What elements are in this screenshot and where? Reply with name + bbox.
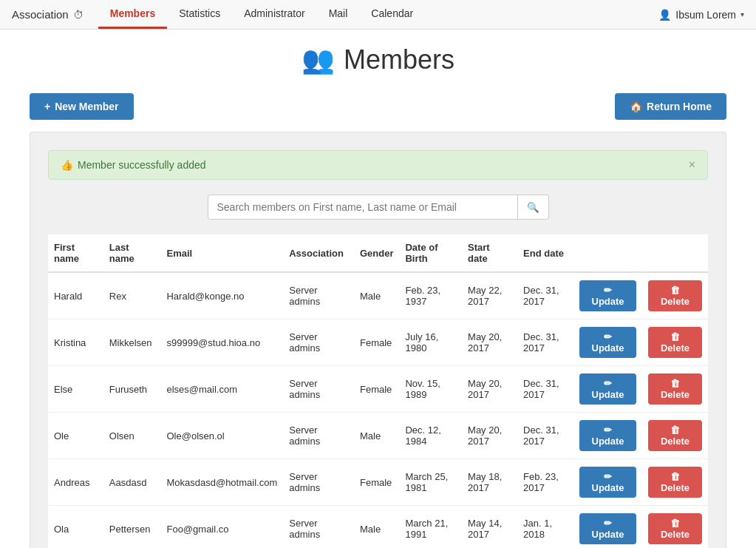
- cell-end-date: Dec. 31, 2017: [517, 366, 573, 413]
- nav-administrator[interactable]: Administrator: [232, 0, 316, 29]
- nav-members[interactable]: Members: [98, 0, 167, 29]
- cell-end-date: Jan. 1, 2018: [517, 506, 573, 549]
- thumb-icon: 👍: [61, 159, 73, 171]
- col-end-date: End date: [517, 234, 573, 272]
- members-table: First name Last name Email Association G…: [48, 234, 708, 548]
- cell-dob: Nov. 15, 1989: [399, 366, 462, 413]
- nav-calendar[interactable]: Calendar: [359, 0, 425, 29]
- alert-text: 👍 Member successfully added: [61, 159, 206, 171]
- col-delete: [642, 234, 708, 272]
- cell-update-action: ✏ Update: [573, 413, 642, 459]
- cell-update-action: ✏ Update: [573, 506, 642, 549]
- nav-links: Members Statistics Administrator Mail Ca…: [98, 0, 425, 29]
- cell-email: elses@mail.com: [160, 366, 283, 413]
- members-icon: 👥: [302, 44, 335, 75]
- col-dob: Date of Birth: [399, 234, 462, 272]
- plus-icon: +: [44, 101, 50, 112]
- cell-association: Server admins: [283, 366, 354, 413]
- search-icon: 🔍: [527, 202, 539, 213]
- cell-update-action: ✏ Update: [573, 366, 642, 413]
- cell-dob: March 25, 1981: [399, 459, 462, 506]
- search-input[interactable]: [208, 194, 518, 220]
- table-row: Ole Olsen Ole@olsen.ol Server admins Mal…: [48, 413, 708, 459]
- table-row: Andreas Aasdasd Mokasdasd@hotmail.com Se…: [48, 459, 708, 506]
- alert-success: 👍 Member successfully added ×: [48, 150, 708, 180]
- cell-start-date: May 20, 2017: [462, 366, 517, 413]
- return-home-button[interactable]: 🏠 Return Home: [615, 93, 726, 120]
- cell-first-name: Ole: [48, 413, 103, 459]
- cell-gender: Female: [354, 319, 400, 366]
- cell-email: Foo@gmail.co: [160, 506, 283, 549]
- cell-association: Server admins: [283, 506, 354, 549]
- cell-first-name: Ola: [48, 506, 103, 549]
- cell-gender: Male: [354, 272, 400, 319]
- nav-mail[interactable]: Mail: [317, 0, 360, 29]
- delete-button[interactable]: 🗑 Delete: [648, 327, 702, 358]
- cell-last-name: Aasdasd: [103, 459, 161, 506]
- update-button[interactable]: ✏ Update: [579, 420, 636, 451]
- delete-button[interactable]: 🗑 Delete: [648, 280, 702, 311]
- home-icon: 🏠: [630, 101, 642, 112]
- cell-association: Server admins: [283, 319, 354, 366]
- main-panel: 👍 Member successfully added × 🔍 First na…: [30, 132, 726, 548]
- table-row: Ola Pettersen Foo@gmail.co Server admins…: [48, 506, 708, 549]
- dropdown-caret[interactable]: ▾: [740, 10, 744, 18]
- col-start-date: Start date: [462, 234, 517, 272]
- cell-end-date: Dec. 31, 2017: [517, 319, 573, 366]
- table-row: Kristina Mikkelsen s99999@stud.hioa.no S…: [48, 319, 708, 366]
- cell-gender: Female: [354, 459, 400, 506]
- cell-email: Harald@konge.no: [160, 272, 283, 319]
- search-row: 🔍: [48, 194, 708, 220]
- user-icon: 👤: [658, 9, 671, 21]
- cell-association: Server admins: [283, 413, 354, 459]
- col-update: [573, 234, 642, 272]
- update-button[interactable]: ✏ Update: [579, 513, 636, 544]
- cell-gender: Male: [354, 413, 400, 459]
- update-button[interactable]: ✏ Update: [579, 373, 636, 405]
- table-row: Else Furuseth elses@mail.com Server admi…: [48, 366, 708, 413]
- cell-update-action: ✏ Update: [573, 319, 642, 366]
- cell-dob: Feb. 23, 1937: [399, 272, 462, 319]
- cell-delete-action: 🗑 Delete: [642, 319, 708, 366]
- cell-email: Ole@olsen.ol: [160, 413, 283, 459]
- update-button[interactable]: ✏ Update: [579, 280, 636, 311]
- cell-last-name: Furuseth: [103, 366, 161, 413]
- cell-last-name: Mikkelsen: [103, 319, 161, 366]
- cell-last-name: Rex: [103, 272, 161, 319]
- table-header: First name Last name Email Association G…: [48, 234, 708, 272]
- cell-first-name: Harald: [48, 272, 103, 319]
- update-button[interactable]: ✏ Update: [579, 327, 636, 358]
- page-content: 👥 Members + New Member 🏠 Return Home 👍 M…: [0, 30, 756, 548]
- cell-start-date: May 20, 2017: [462, 319, 517, 366]
- brand: Association ⏱: [12, 8, 84, 21]
- delete-button[interactable]: 🗑 Delete: [648, 373, 702, 405]
- col-email: Email: [160, 234, 283, 272]
- cell-gender: Male: [354, 506, 400, 549]
- delete-button[interactable]: 🗑 Delete: [648, 467, 702, 498]
- cell-dob: Dec. 12, 1984: [399, 413, 462, 459]
- cell-end-date: Dec. 31, 2017: [517, 413, 573, 459]
- cell-last-name: Olsen: [103, 413, 161, 459]
- cell-start-date: May 22, 2017: [462, 272, 517, 319]
- update-button[interactable]: ✏ Update: [579, 467, 636, 498]
- cell-first-name: Else: [48, 366, 103, 413]
- search-button[interactable]: 🔍: [518, 194, 549, 220]
- alert-message: Member successfully added: [78, 159, 206, 171]
- page-header: 👥 Members: [30, 44, 726, 75]
- new-member-button[interactable]: + New Member: [30, 93, 134, 120]
- cell-start-date: May 20, 2017: [462, 413, 517, 459]
- cell-delete-action: 🗑 Delete: [642, 459, 708, 506]
- delete-button[interactable]: 🗑 Delete: [648, 420, 702, 451]
- col-first-name: First name: [48, 234, 103, 272]
- cell-dob: March 21, 1991: [399, 506, 462, 549]
- username: Ibsum Lorem: [675, 9, 736, 21]
- clock-icon: ⏱: [73, 9, 84, 21]
- page-title: Members: [344, 44, 454, 75]
- delete-button[interactable]: 🗑 Delete: [648, 513, 702, 544]
- cell-last-name: Pettersen: [103, 506, 161, 549]
- cell-first-name: Andreas: [48, 459, 103, 506]
- action-row: + New Member 🏠 Return Home: [30, 93, 726, 120]
- nav-statistics[interactable]: Statistics: [167, 0, 232, 29]
- navbar-right: 👤 Ibsum Lorem ▾: [658, 9, 744, 21]
- alert-close-button[interactable]: ×: [689, 158, 695, 172]
